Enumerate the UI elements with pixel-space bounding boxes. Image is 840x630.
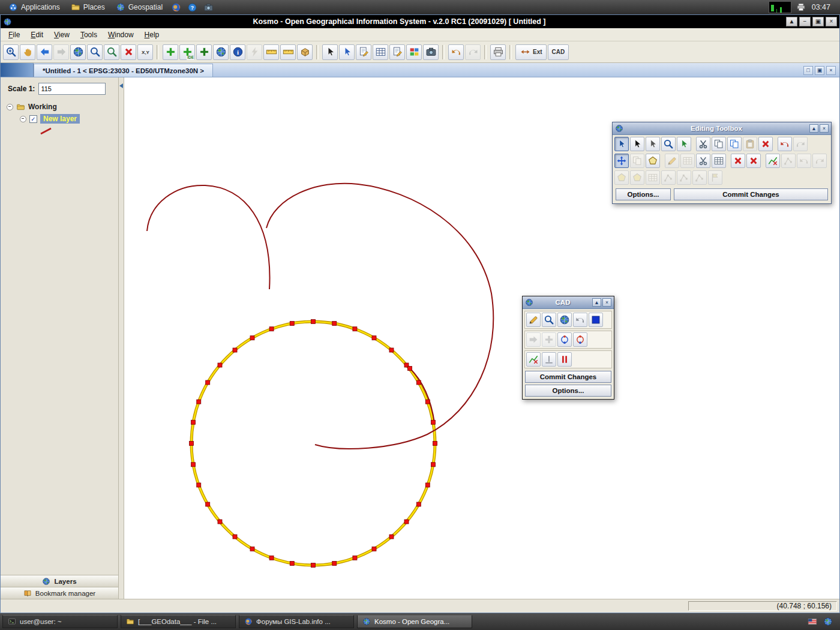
- add-wms-layer-button[interactable]: [196, 44, 212, 60]
- attribute-table-button[interactable]: [373, 44, 388, 60]
- pan-button[interactable]: [20, 44, 35, 60]
- select-features-tool[interactable]: [614, 137, 629, 151]
- clock[interactable]: 03:47: [807, 3, 836, 11]
- vertex-handle[interactable]: [218, 363, 222, 367]
- move-geometry-tool[interactable]: [614, 154, 629, 168]
- zoom-to-selection-button[interactable]: [87, 44, 103, 60]
- menu-edit[interactable]: Edit: [25, 29, 49, 40]
- vertex-handle[interactable]: [191, 420, 196, 424]
- collapse-arrow-icon[interactable]: [119, 83, 123, 88]
- cad-fill-tool[interactable]: [589, 313, 603, 327]
- select-features-button[interactable]: [322, 44, 338, 60]
- vertex-handle[interactable]: [332, 322, 337, 326]
- cad-commit-changes-button[interactable]: Commit Changes: [525, 371, 611, 383]
- goto-coordinate-button[interactable]: [137, 44, 153, 60]
- vertex-handle[interactable]: [206, 380, 210, 385]
- tab-close-button[interactable]: ×: [826, 66, 836, 75]
- vertex-handle[interactable]: [416, 502, 421, 506]
- vertex-handle[interactable]: [431, 420, 435, 424]
- vertex-handle[interactable]: [250, 547, 254, 551]
- cad-zoom-tool[interactable]: [542, 313, 556, 327]
- vertex-handle[interactable]: [408, 367, 412, 371]
- geospatial-menu[interactable]: Geospatial: [111, 1, 167, 13]
- add-ide-layer-button[interactable]: IDE: [179, 44, 195, 60]
- feature-info-tool[interactable]: [677, 137, 691, 151]
- tree-node-working[interactable]: Working: [7, 101, 116, 113]
- extensions-button[interactable]: Ext: [515, 44, 547, 60]
- applications-menu[interactable]: Applications: [4, 1, 65, 13]
- vertex-handle[interactable]: [191, 463, 196, 467]
- cut-features-button[interactable]: [696, 137, 710, 151]
- zoom-to-layer-button[interactable]: [104, 44, 119, 60]
- vertex-handle[interactable]: [290, 322, 294, 326]
- vertex-handle[interactable]: [389, 348, 394, 352]
- editing-toolbox-collapse-button[interactable]: ▲: [809, 124, 818, 133]
- tree-node-new-layer[interactable]: ✓ New layer: [20, 113, 116, 125]
- symbology-button[interactable]: [406, 44, 422, 60]
- taskbar-terminal[interactable]: user@user: ~: [2, 615, 118, 628]
- menu-file[interactable]: File: [3, 29, 25, 40]
- feature-arc-small[interactable]: [147, 185, 270, 289]
- explode-geometry-button[interactable]: [731, 154, 745, 168]
- print-button[interactable]: [490, 44, 506, 60]
- clear-selection-button[interactable]: [121, 44, 136, 60]
- menu-view[interactable]: View: [49, 29, 75, 40]
- zoom-previous-button[interactable]: [37, 44, 52, 60]
- vertex-handle[interactable]: [425, 483, 430, 487]
- vertex-handle[interactable]: [425, 400, 430, 404]
- new-map-button[interactable]: [213, 44, 229, 60]
- select-vertex-tool[interactable]: [646, 137, 660, 151]
- feature-info-button[interactable]: [339, 44, 355, 60]
- network-globe[interactable]: [823, 617, 833, 626]
- copy-features-button[interactable]: [712, 137, 726, 151]
- cad-close-button[interactable]: ×: [602, 298, 611, 307]
- keyboard-layout-flag[interactable]: [806, 617, 819, 626]
- titlebar[interactable]: Kosmo - Open Geographical Information Sy…: [1, 15, 839, 28]
- screenshot-launcher[interactable]: [201, 1, 216, 14]
- vertex-handle[interactable]: [332, 561, 337, 565]
- edit-feature-button[interactable]: [356, 44, 371, 60]
- cad-draw-line-tool[interactable]: [526, 313, 541, 327]
- undo-button[interactable]: [448, 44, 464, 60]
- copy-geometry-button[interactable]: [727, 137, 742, 151]
- edit-attribute-table-button[interactable]: [389, 44, 405, 60]
- undo-edit-button[interactable]: [778, 137, 792, 151]
- vertex-handle[interactable]: [269, 556, 274, 560]
- layer-name-label[interactable]: New layer: [40, 114, 80, 124]
- vertex-handle[interactable]: [389, 535, 394, 539]
- taskbar-kosmo[interactable]: Kosmo - Open Geogra...: [357, 615, 472, 628]
- editing-commit-changes-button[interactable]: Commit Changes: [674, 188, 828, 200]
- taskbar-file-manager[interactable]: [___GEOdata___ - File ...: [121, 615, 236, 628]
- tab-maximize-button[interactable]: ▣: [815, 66, 824, 75]
- help-launcher[interactable]: [185, 1, 200, 14]
- measure-distance-button[interactable]: [263, 44, 279, 60]
- cad-rotate-tool[interactable]: [557, 332, 572, 347]
- vertex-handle[interactable]: [250, 336, 254, 340]
- sidebar-tab-layers[interactable]: Layers: [1, 575, 118, 587]
- vertex-handle[interactable]: [431, 463, 435, 467]
- simplify-geometry-button[interactable]: [746, 154, 761, 168]
- add-ring-tool[interactable]: [712, 154, 726, 168]
- cad-arc-tool[interactable]: [573, 313, 587, 327]
- vertex-handle[interactable]: [372, 336, 376, 340]
- document-tab[interactable]: *Untitled - 1 < EPSG:23030 - ED50/UTMzon…: [34, 64, 213, 77]
- scale-input[interactable]: [38, 83, 106, 95]
- close-button[interactable]: ×: [826, 17, 837, 26]
- vertex-handle[interactable]: [233, 535, 237, 539]
- system-monitor-applet[interactable]: [769, 1, 791, 13]
- cad-rotate-copy-tool[interactable]: [573, 332, 587, 347]
- tree-toggle-icon[interactable]: [7, 104, 13, 110]
- menu-window[interactable]: Window: [103, 29, 139, 40]
- editing-toolbox-titlebar[interactable]: Editing Toolbox ▲×: [613, 122, 831, 135]
- layer-info-button[interactable]: [230, 44, 245, 60]
- firefox-launcher[interactable]: [169, 1, 184, 14]
- vertex-handle[interactable]: [197, 400, 201, 404]
- menu-tools[interactable]: Tools: [75, 29, 103, 40]
- feature-arc-spiral[interactable]: [266, 184, 493, 449]
- vertex-handle[interactable]: [218, 520, 222, 524]
- vertex-handle[interactable]: [311, 563, 316, 568]
- menu-help[interactable]: Help: [139, 29, 165, 40]
- cut-polygon-tool[interactable]: [696, 154, 710, 168]
- cad-titlebar[interactable]: CAD ▲×: [523, 296, 614, 309]
- zoom-full-extent-button[interactable]: [70, 44, 86, 60]
